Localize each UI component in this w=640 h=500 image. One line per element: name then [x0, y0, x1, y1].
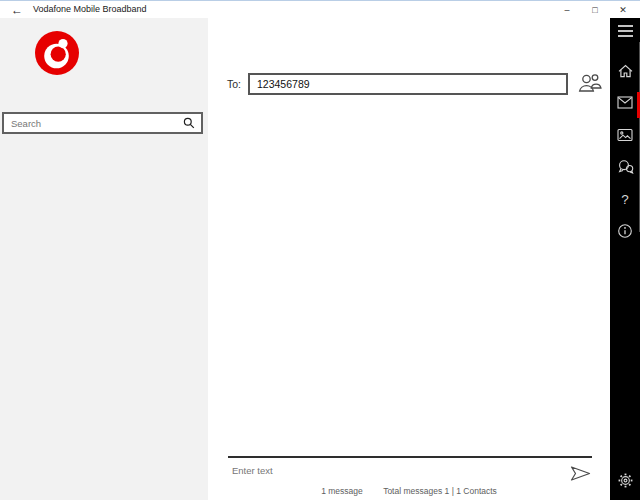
add-contacts-button[interactable] — [577, 72, 604, 96]
back-arrow-icon: ← — [11, 3, 23, 17]
nav-rail: ? — [610, 18, 640, 500]
menu-button[interactable] — [610, 23, 640, 39]
search-input[interactable] — [4, 118, 183, 129]
nav-item-chat[interactable] — [610, 158, 640, 178]
window-title: Vodafone Mobile Broadband — [33, 1, 147, 18]
totals-count: Total messages 1 | 1 Contacts — [383, 486, 497, 496]
recipient-input[interactable] — [248, 73, 568, 95]
question-mark-icon: ? — [621, 192, 629, 208]
picture-icon — [617, 128, 633, 145]
recipient-row: To: — [227, 73, 604, 95]
message-count: 1 message — [321, 486, 363, 496]
home-icon — [617, 63, 634, 82]
app-window: ← Vodafone Mobile Broadband – □ ✕ — [0, 0, 640, 500]
titlebar: ← Vodafone Mobile Broadband – □ ✕ — [0, 1, 640, 18]
to-label: To: — [227, 78, 241, 90]
message-pane: To: — [208, 18, 610, 500]
send-button[interactable] — [569, 465, 592, 485]
message-input[interactable] — [228, 458, 558, 476]
envelope-icon — [617, 96, 633, 112]
search-icon[interactable] — [183, 117, 195, 129]
nav-item-media[interactable] — [610, 126, 640, 146]
maximize-icon: □ — [592, 5, 597, 15]
search-box — [2, 112, 203, 134]
maximize-button[interactable]: □ — [581, 1, 609, 18]
nav-item-home[interactable] — [610, 62, 640, 82]
vodafone-logo — [35, 31, 79, 75]
close-button[interactable]: ✕ — [609, 1, 637, 18]
back-button[interactable]: ← — [8, 1, 26, 18]
caption-buttons: – □ ✕ — [553, 1, 637, 18]
nav-item-settings[interactable] — [610, 472, 640, 492]
minimize-button[interactable]: – — [553, 1, 581, 18]
compose-area — [228, 456, 592, 486]
gear-icon — [618, 473, 633, 491]
nav-item-help[interactable]: ? — [610, 190, 640, 210]
chat-bubbles-icon — [617, 159, 634, 178]
status-bar: 1 message Total messages 1 | 1 Contacts — [208, 486, 610, 496]
minimize-icon: – — [564, 5, 569, 15]
send-icon — [569, 470, 592, 485]
close-icon: ✕ — [619, 5, 627, 15]
people-icon — [577, 72, 604, 96]
info-icon — [617, 223, 633, 242]
nav-item-info[interactable] — [610, 222, 640, 242]
conversation-sidebar — [0, 18, 208, 500]
nav-item-messages[interactable] — [610, 94, 640, 114]
vodafone-logo-icon — [35, 31, 79, 75]
